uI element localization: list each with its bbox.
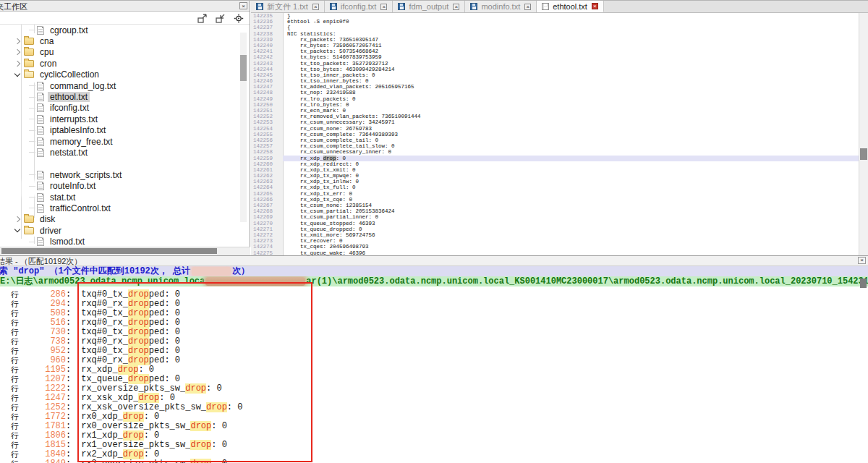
close-tab-icon[interactable] bbox=[524, 4, 531, 10]
editor-line: 142274 tx_cqes: 204596498793 bbox=[251, 244, 868, 250]
line-number: 142238 bbox=[251, 31, 283, 37]
redaction-blur bbox=[205, 277, 305, 286]
tree-file-trafficControl.txt[interactable]: trafficControl.txt bbox=[0, 203, 250, 213]
tab-ifconfig.txt[interactable]: ifconfig.txt bbox=[325, 1, 393, 12]
line-text: ethtool -S enp1s0f0 bbox=[283, 19, 868, 25]
tree-file-routeInfo.txt[interactable]: routeInfo.txt bbox=[0, 180, 250, 191]
tree-file-cgroup.txt[interactable]: cgroup.txt bbox=[0, 25, 250, 35]
match-highlight: drop bbox=[128, 355, 149, 365]
tree-file-ifconfig.txt[interactable]: ifconfig.txt bbox=[0, 103, 250, 114]
tab-modinfo.txt[interactable]: modinfo.txt bbox=[465, 1, 537, 12]
line-number: 142245 bbox=[251, 72, 283, 78]
redaction-blur bbox=[403, 237, 446, 252]
line-number: 142254 bbox=[251, 126, 283, 132]
results-close-icon[interactable] bbox=[858, 257, 866, 264]
tree-item-label: cyclicCollection bbox=[38, 69, 101, 80]
tab-fdm_output[interactable]: fdm_output bbox=[393, 1, 465, 12]
close-tab-icon[interactable] bbox=[380, 4, 387, 10]
folder-icon bbox=[24, 227, 34, 234]
tree-file-network_scripts.txt[interactable]: network_scripts.txt bbox=[0, 169, 250, 180]
scrollbar-thumb[interactable] bbox=[1, 248, 217, 254]
code-area[interactable]: 142235}142236ethtool -S enp1s0f0142237{1… bbox=[251, 13, 868, 256]
tree-file-memory_free.txt[interactable]: memory_free.txt bbox=[0, 136, 250, 147]
match-highlight: drop bbox=[128, 346, 149, 356]
search-summary-row[interactable]: 搜索 "drop" （1个文件中匹配到10192次， 总计 次） bbox=[0, 266, 868, 276]
tab-ethtool.txt[interactable]: ethtool.txt bbox=[537, 1, 604, 12]
row-line-label: 行 bbox=[11, 347, 21, 356]
save-icon bbox=[542, 3, 549, 10]
tree-folder-cron[interactable]: cron bbox=[0, 58, 250, 69]
line-text: tx_nop: 232419588 bbox=[283, 90, 868, 95]
tree-folder-cpu[interactable]: cpu bbox=[0, 47, 250, 58]
chevron-right-icon[interactable] bbox=[14, 61, 20, 67]
expand-all-icon[interactable] bbox=[197, 13, 208, 22]
tree-file-command_log.txt[interactable]: command_log.txt bbox=[0, 80, 250, 91]
editor-vertical-scrollbar[interactable] bbox=[859, 13, 868, 256]
tab-新文件 1.txt[interactable]: 新文件 1.txt bbox=[251, 1, 325, 12]
match-highlight: drop bbox=[190, 421, 211, 431]
tree-item-label: ethtool.txt bbox=[48, 92, 90, 102]
editor-line: 142255 rx_csum_complete: 736449389393 bbox=[251, 132, 868, 137]
line-text: rx_xdp_tx_err: 0 bbox=[283, 191, 868, 197]
row-line-label: 行 bbox=[11, 441, 21, 450]
editor-body[interactable]: 142235}142236ethtool -S enp1s0f0142237{1… bbox=[251, 13, 868, 256]
line-number: 142243 bbox=[251, 61, 283, 67]
line-text: tx_packets: 507354668642 bbox=[283, 48, 868, 54]
close-tab-icon[interactable] bbox=[453, 4, 459, 10]
editor-line: 142256 rx_csum_complete_tail: 0 bbox=[251, 137, 868, 143]
line-number: 142264 bbox=[251, 184, 283, 190]
tree-folder-driver[interactable]: driver bbox=[0, 225, 250, 236]
locate-file-icon[interactable] bbox=[234, 13, 244, 22]
editor-line: 142265 rx_xdp_tx_err: 0 bbox=[251, 191, 868, 197]
tree-file-stat.txt[interactable]: stat.txt bbox=[0, 192, 250, 203]
save-icon bbox=[330, 3, 337, 10]
editor-line: 142270 tx_queue_stopped: 46393 bbox=[251, 221, 868, 226]
close-tab-icon[interactable] bbox=[312, 4, 319, 10]
collapse-all-icon[interactable] bbox=[216, 13, 226, 22]
line-number: 142271 bbox=[251, 226, 283, 232]
tree-connector bbox=[29, 130, 35, 131]
row-line-label: 行 bbox=[11, 422, 21, 431]
scrollbar-thumb[interactable] bbox=[860, 148, 867, 160]
row-line-number: 1849 bbox=[21, 459, 66, 463]
editor-line: 142242 tx_bytes: 514607839753959 bbox=[251, 54, 868, 60]
match-highlight: drop bbox=[128, 374, 149, 384]
line-text: rx_lro_packets: 0 bbox=[283, 96, 868, 102]
line-text: tx_added_vlan_packets: 205165957165 bbox=[283, 84, 868, 90]
tree-file-interrupts.txt[interactable]: interrupts.txt bbox=[0, 114, 250, 124]
search-file-path-row[interactable]: E:\日志\armod0523.odata.ncmp.unicom.loca a… bbox=[0, 276, 868, 286]
chevron-right-icon[interactable] bbox=[14, 49, 20, 55]
tree-folder-cyclicCollection[interactable]: cyclicCollection bbox=[0, 69, 250, 80]
chevron-down-icon[interactable] bbox=[14, 71, 20, 77]
row-line-label: 行 bbox=[11, 337, 21, 347]
tree-folder-disk[interactable]: disk bbox=[0, 214, 250, 225]
editor-panel: 新文件 1.txtifconfig.txtfdm_outputmodinfo.t… bbox=[251, 1, 868, 255]
close-tab-icon[interactable] bbox=[592, 3, 598, 9]
results-scrollbar-thumb[interactable] bbox=[860, 279, 867, 288]
line-text: tx_queue_stopped: 46393 bbox=[283, 221, 868, 226]
tree-file-ethtool.txt[interactable]: ethtool.txt bbox=[0, 91, 250, 102]
tree-file-netstat.txt[interactable]: netstat.txt bbox=[0, 147, 250, 158]
line-text: } bbox=[283, 13, 868, 19]
workspace-close-icon[interactable] bbox=[239, 2, 247, 9]
result-row-line-1849[interactable]: 行1849:rx2_oversize_pkts_sw_drop: 0 bbox=[0, 459, 868, 463]
tree-connector bbox=[29, 85, 35, 86]
chevron-right-icon[interactable] bbox=[14, 216, 20, 222]
scrollbar-thumb[interactable] bbox=[240, 55, 247, 81]
chevron-down-icon[interactable] bbox=[14, 226, 20, 232]
editor-line: 142267 tx_csum_none: 12385154 bbox=[251, 203, 868, 208]
line-text: rx_csum_unnecessary: 34245971 bbox=[283, 119, 868, 125]
tree-file-lsmod.txt[interactable]: lsmod.txt bbox=[0, 236, 250, 246]
line-text: tx_csum_none: 12385154 bbox=[283, 203, 868, 208]
tree-item-label: cgroup.txt bbox=[48, 25, 90, 35]
chevron-right-icon[interactable] bbox=[14, 38, 20, 44]
editor-line: 142252 rx_removed_vlan_packets: 73651009… bbox=[251, 114, 868, 119]
editor-line: 142262 rx_xdp_tx_mpwqe: 0 bbox=[251, 173, 868, 179]
tree-file-iptablesInfo.txt[interactable]: iptablesInfo.txt bbox=[0, 125, 250, 136]
editor-line: 142260 rx_xdp_redirect: 0 bbox=[251, 161, 868, 167]
tree-connector bbox=[29, 152, 35, 153]
tree-folder-cna[interactable]: cna bbox=[0, 35, 250, 46]
line-number: 142262 bbox=[251, 173, 283, 179]
tree-horizontal-scrollbar[interactable] bbox=[0, 247, 250, 255]
tree-vertical-scrollbar[interactable] bbox=[240, 33, 247, 222]
